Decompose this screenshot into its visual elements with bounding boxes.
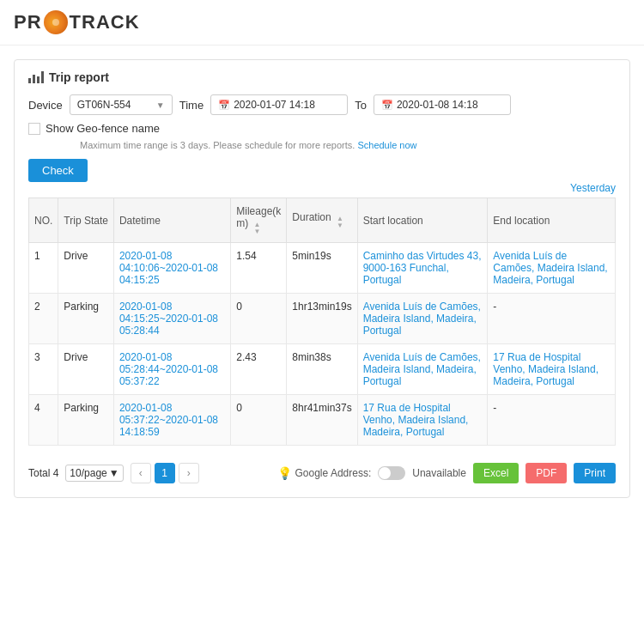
cell-datetime: 2020-01-08 04:15:25~2020-01-08 05:28:44 xyxy=(113,294,230,344)
col-mileage: Mileage(km) ▲▼ xyxy=(231,198,287,243)
calendar-icon: 📅 xyxy=(218,100,230,111)
cell-mileage: 1.54 xyxy=(231,243,287,294)
to-label: To xyxy=(355,99,367,112)
prev-page-button[interactable]: ‹ xyxy=(131,463,151,483)
duration-sort-icon[interactable]: ▲▼ xyxy=(337,216,343,229)
table-footer: Total 4 10/page ▼ ‹ 1 › 💡 Google Address… xyxy=(28,456,616,483)
mileage-sort-icon[interactable]: ▲▼ xyxy=(254,222,261,235)
next-page-button[interactable]: › xyxy=(179,463,199,483)
chevron-down-icon: ▼ xyxy=(156,100,165,110)
cell-datetime: 2020-01-08 04:10:06~2020-01-08 04:15:25 xyxy=(113,243,230,294)
geo-fence-row: Show Geo-fence name xyxy=(28,122,160,135)
logo-text-post: TRACK xyxy=(70,11,140,33)
cell-duration: 8min38s xyxy=(287,344,357,395)
filter-row: Device GT06N-554 ▼ Time 📅 2020-01-07 14:… xyxy=(28,94,616,135)
bar-chart-icon xyxy=(28,71,44,83)
cell-start-location: Avenida Luís de Camões, Madeira Island, … xyxy=(357,294,488,344)
cell-trip-state: Drive xyxy=(58,243,114,294)
panel-title: Trip report xyxy=(28,70,616,84)
table-row: 4 Parking 2020-01-08 05:37:22~2020-01-08… xyxy=(29,395,616,446)
cell-end-location: - xyxy=(488,395,616,446)
yesterday-link[interactable]: Yesterday xyxy=(28,182,616,194)
cell-duration: 5min19s xyxy=(287,243,357,294)
header: PR TRACK xyxy=(0,0,644,46)
col-start-location: Start location xyxy=(357,198,488,243)
cell-no: 1 xyxy=(29,243,58,294)
footer-right: 💡 Google Address: Unavailable Excel PDF … xyxy=(277,463,616,483)
cell-trip-state: Parking xyxy=(58,294,114,344)
google-address-toggle[interactable] xyxy=(378,466,405,480)
cell-trip-state: Drive xyxy=(58,344,114,395)
col-duration: Duration ▲▼ xyxy=(287,198,357,243)
excel-button[interactable]: Excel xyxy=(473,463,519,483)
cell-end-location: Avenida Luís de Camões, Madeira Island, … xyxy=(488,243,616,294)
cell-no: 3 xyxy=(29,344,58,395)
device-select[interactable]: GT06N-554 ▼ xyxy=(70,94,173,115)
col-datetime: Datetime xyxy=(113,198,230,243)
cell-duration: 1hr13min19s xyxy=(287,294,357,344)
google-address-label: 💡 Google Address: xyxy=(277,466,372,480)
cell-end-location: 17 Rua de Hospital Venho, Madeira Island… xyxy=(488,344,616,395)
schedule-now-link[interactable]: Schedule now xyxy=(357,140,416,150)
table-row: 1 Drive 2020-01-08 04:10:06~2020-01-08 0… xyxy=(29,243,616,294)
print-button[interactable]: Print xyxy=(574,463,616,483)
page-1-button[interactable]: 1 xyxy=(155,463,175,483)
report-panel: Trip report Device GT06N-554 ▼ Time 📅 20… xyxy=(14,59,630,498)
device-label: Device xyxy=(28,99,63,112)
cell-datetime: 2020-01-08 05:37:22~2020-01-08 14:18:59 xyxy=(113,395,230,446)
footer-left: Total 4 10/page ▼ ‹ 1 › xyxy=(28,463,199,483)
time-label: Time xyxy=(179,99,204,112)
geo-fence-checkbox[interactable] xyxy=(28,123,40,135)
bulb-icon: 💡 xyxy=(277,466,292,480)
calendar-icon-2: 📅 xyxy=(381,100,393,111)
cell-no: 2 xyxy=(29,294,58,344)
logo-text-pre: PR xyxy=(14,11,42,33)
cell-start-location: Avenida Luís de Camões, Madeira Island, … xyxy=(357,344,488,395)
time-from-input[interactable]: 📅 2020-01-07 14:18 xyxy=(210,94,348,115)
chevron-down-icon-page: ▼ xyxy=(109,467,119,479)
cell-start-location: 17 Rua de Hospital Venho, Madeira Island… xyxy=(357,395,488,446)
page-nav: ‹ 1 › xyxy=(131,463,199,483)
logo: PR TRACK xyxy=(14,10,140,34)
trip-table: NO. Trip State Datetime Mileage(km) ▲▼ D… xyxy=(28,197,616,446)
logo-icon xyxy=(44,10,68,34)
page-size-select[interactable]: 10/page ▼ xyxy=(65,465,123,482)
hint-row: Maximum time range is 3 days. Please sch… xyxy=(80,140,616,150)
cell-end-location: - xyxy=(488,294,616,344)
table-row: 2 Parking 2020-01-08 04:15:25~2020-01-08… xyxy=(29,294,616,344)
time-to-input[interactable]: 📅 2020-01-08 14:18 xyxy=(374,94,511,115)
table-row: 3 Drive 2020-01-08 05:28:44~2020-01-08 0… xyxy=(29,344,616,395)
total-count: Total 4 xyxy=(28,467,58,479)
col-end-location: End location xyxy=(488,198,616,243)
pdf-button[interactable]: PDF xyxy=(526,463,567,483)
geo-fence-label: Show Geo-fence name xyxy=(46,122,160,135)
cell-mileage: 2.43 xyxy=(231,344,287,395)
cell-start-location: Caminho das Virtudes 43, 9000-163 Funcha… xyxy=(357,243,488,294)
cell-mileage: 0 xyxy=(231,294,287,344)
col-trip-state: Trip State xyxy=(58,198,114,243)
cell-duration: 8hr41min37s xyxy=(287,395,357,446)
unavailable-text: Unavailable xyxy=(412,467,466,479)
check-button[interactable]: Check xyxy=(28,159,88,182)
col-no: NO. xyxy=(29,198,58,243)
cell-trip-state: Parking xyxy=(58,395,114,446)
cell-mileage: 0 xyxy=(231,395,287,446)
cell-datetime: 2020-01-08 05:28:44~2020-01-08 05:37:22 xyxy=(113,344,230,395)
cell-no: 4 xyxy=(29,395,58,446)
